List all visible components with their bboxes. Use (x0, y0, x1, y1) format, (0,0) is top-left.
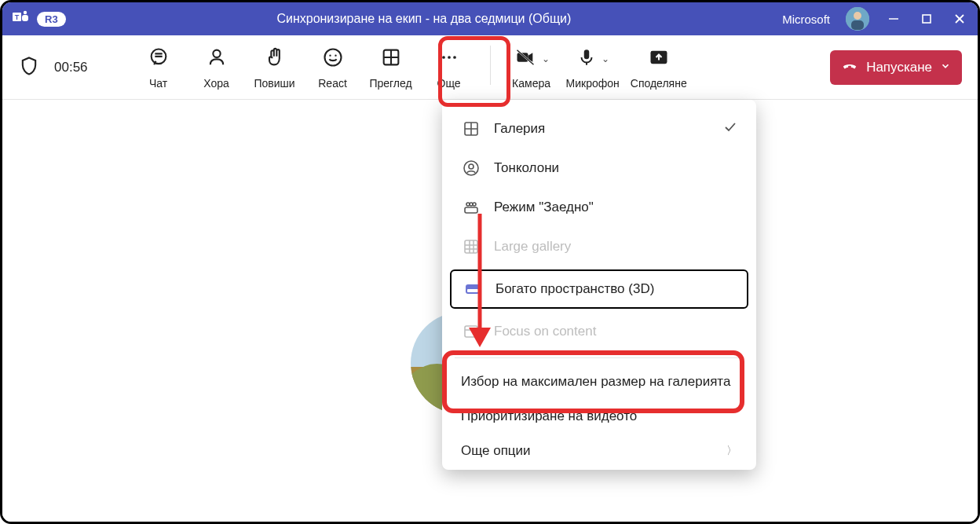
svg-point-39 (469, 164, 474, 169)
more-button[interactable]: Още (426, 46, 473, 90)
camera-button[interactable]: ⌄ Камера (508, 46, 555, 90)
view-button[interactable]: Преглед (368, 46, 415, 90)
chevron-down-icon: ⌄ (602, 53, 609, 64)
emoji-icon (322, 46, 344, 71)
toolbar-separator (490, 46, 491, 85)
svg-rect-44 (465, 240, 477, 253)
together-mode-icon (461, 197, 481, 218)
svg-point-17 (335, 54, 336, 56)
dropdown-focus-content: Focus on content (442, 312, 756, 351)
focus-content-icon (461, 321, 481, 342)
svg-point-38 (464, 161, 478, 175)
meeting-content: Галерия Тонколони Режим "Заедно" Large g… (2, 100, 978, 522)
people-icon (206, 46, 228, 71)
microphone-icon (576, 46, 597, 71)
grid-icon (461, 119, 481, 139)
svg-point-42 (470, 203, 473, 206)
dropdown-max-gallery-size[interactable]: Избор на максимален размер на галерията (442, 365, 756, 399)
minimize-button[interactable] (885, 10, 902, 27)
dropdown-gallery-label: Галерия (494, 121, 545, 137)
raise-label: Повиши (254, 77, 294, 90)
grid-icon (380, 46, 402, 71)
dropdown-immersive[interactable]: Богато пространство (3D) (450, 269, 748, 309)
release-badge: R3 (37, 12, 66, 27)
hangup-icon (841, 57, 858, 78)
dropdown-speaker-label: Тонколони (494, 160, 559, 176)
dropdown-more-options[interactable]: Още опции 〉 (442, 434, 756, 468)
dropdown-prioritize-label: Приоритизиране на видеото (461, 409, 637, 424)
more-label: Още (437, 77, 461, 90)
chevron-down-icon: ⌄ (542, 53, 550, 64)
dropdown-focus-label: Focus on content (494, 324, 596, 339)
svg-rect-50 (467, 289, 478, 292)
view-label: Преглед (369, 77, 411, 90)
svg-rect-51 (465, 326, 477, 337)
view-dropdown: Галерия Тонколони Режим "Заедно" Large g… (442, 100, 756, 470)
react-button[interactable]: React (309, 46, 357, 90)
shield-icon (18, 55, 40, 80)
chevron-down-icon (940, 60, 951, 75)
teams-logo-icon: T (12, 8, 31, 30)
large-gallery-icon (461, 236, 481, 257)
chat-icon (148, 46, 170, 71)
react-label: React (318, 77, 347, 90)
camera-label: Камера (512, 77, 550, 90)
dropdown-max-size-label: Избор на максимален размер на галерията (461, 374, 730, 390)
dropdown-gallery[interactable]: Галерия (442, 109, 756, 148)
call-timer: 00:56 (54, 60, 88, 75)
dropdown-prioritize-video[interactable]: Приоритизиране на видеото (442, 399, 756, 434)
check-icon (723, 120, 737, 138)
svg-point-14 (213, 49, 220, 57)
immersive-space-icon (463, 279, 483, 299)
dropdown-together[interactable]: Режим "Заедно" (442, 188, 756, 227)
svg-point-2 (24, 11, 27, 14)
svg-point-16 (329, 54, 331, 56)
svg-point-21 (442, 56, 445, 59)
dropdown-large-gallery: Large gallery (442, 227, 756, 266)
chat-label: Чат (149, 77, 167, 90)
leave-label: Напускане (866, 60, 932, 75)
meeting-toolbar: 00:56 Чат Хора Повиши React Преглед (2, 35, 978, 100)
svg-rect-3 (22, 15, 28, 21)
title-bar: T R3 Синхронизиране на екип - на два сед… (2, 2, 978, 35)
dropdown-large-gallery-label: Large gallery (494, 239, 571, 255)
people-label: Хора (203, 77, 229, 90)
svg-text:T: T (15, 13, 20, 21)
maximize-button[interactable] (918, 10, 935, 27)
speaker-view-icon (461, 158, 481, 178)
svg-point-22 (448, 56, 451, 59)
chevron-right-icon: 〉 (726, 444, 737, 458)
dropdown-more-options-label: Още опции (461, 443, 531, 459)
svg-point-15 (324, 49, 341, 65)
dropdown-immersive-label: Богато пространство (3D) (495, 281, 654, 297)
mic-button[interactable]: ⌄ Микрофон (566, 46, 620, 90)
leave-button[interactable]: Напускане (830, 50, 962, 85)
dropdown-speaker[interactable]: Тонколони (442, 148, 756, 188)
share-label: Споделяне (631, 77, 687, 90)
window-title: Синхронизиране на екип - на два седмици … (66, 12, 783, 26)
dropdown-together-label: Режим "Заедно" (494, 200, 594, 215)
org-name: Microsoft (782, 13, 830, 26)
svg-rect-27 (583, 49, 589, 59)
camera-off-icon (514, 46, 537, 71)
svg-point-5 (854, 12, 861, 20)
svg-point-23 (453, 56, 456, 59)
share-screen-icon (648, 46, 670, 71)
svg-rect-8 (923, 15, 931, 23)
mic-label: Микрофон (566, 77, 620, 90)
user-avatar[interactable] (846, 7, 869, 31)
svg-rect-6 (851, 20, 864, 30)
people-button[interactable]: Хора (193, 46, 240, 90)
svg-rect-43 (465, 207, 477, 213)
raise-hand-button[interactable]: Повиши (251, 46, 298, 90)
more-icon (438, 46, 460, 71)
hand-icon (264, 46, 286, 71)
close-button[interactable] (951, 10, 968, 27)
chat-button[interactable]: Чат (135, 46, 182, 90)
dropdown-separator (455, 357, 744, 358)
share-button[interactable]: Споделяне (631, 46, 687, 90)
